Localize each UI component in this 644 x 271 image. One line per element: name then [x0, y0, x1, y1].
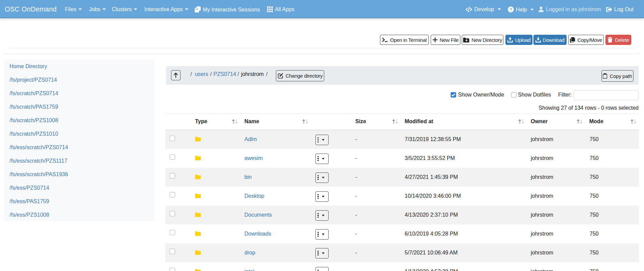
svg-text:?: ? — [509, 7, 512, 12]
